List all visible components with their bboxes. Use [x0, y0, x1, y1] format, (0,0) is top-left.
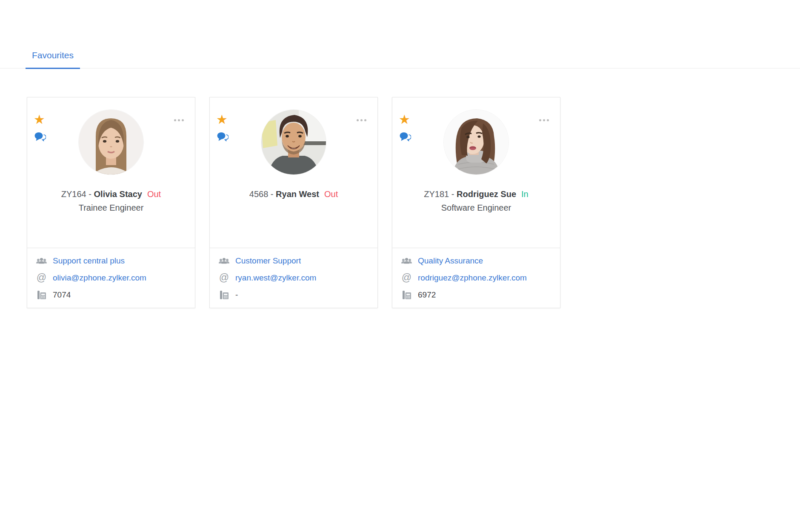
- phone-icon: [218, 290, 230, 300]
- favourites-card-grid: ★: [27, 97, 800, 308]
- group-icon: [218, 257, 230, 265]
- favourite-star-icon[interactable]: ★: [216, 113, 228, 126]
- team-link[interactable]: Quality Assurance: [418, 256, 483, 266]
- extension-row: 6972: [401, 289, 551, 300]
- extension-value: 6972: [418, 290, 436, 300]
- contact-card-header: ★: [210, 110, 377, 248]
- group-icon: [401, 257, 412, 265]
- more-options-icon[interactable]: [355, 117, 368, 123]
- contact-code: ZY164 -: [61, 189, 94, 199]
- team-row: Quality Assurance: [401, 255, 551, 266]
- at-icon: @: [401, 273, 412, 283]
- contact-card: ★: [27, 97, 195, 308]
- chat-icon[interactable]: [34, 131, 46, 144]
- email-link[interactable]: rodriguez@zphone.zylker.com: [418, 273, 527, 283]
- contact-card-details: Support central plus @ olivia@zphone.zyl…: [27, 248, 195, 308]
- contact-designation: Software Engineer: [392, 203, 560, 213]
- chat-icon[interactable]: [217, 131, 229, 144]
- contact-name: Ryan West: [276, 189, 319, 199]
- email-link[interactable]: ryan.west@zylker.com: [235, 273, 316, 283]
- more-options-icon[interactable]: [172, 117, 186, 123]
- favourite-star-icon[interactable]: ★: [34, 113, 45, 126]
- email-link[interactable]: olivia@zphone.zylker.com: [53, 273, 146, 283]
- contact-card-header: ★: [392, 110, 560, 248]
- avatar: [79, 110, 143, 174]
- team-link[interactable]: Support central plus: [53, 256, 125, 266]
- extension-row: -: [218, 289, 369, 300]
- contact-designation: [210, 203, 377, 213]
- favourite-star-icon[interactable]: ★: [399, 113, 410, 126]
- tab-bar: Favourites: [0, 0, 800, 69]
- contact-card-header: ★: [27, 110, 195, 248]
- contact-card-details: Customer Support @ ryan.west@zylker.com: [210, 248, 377, 308]
- phone-icon: [401, 290, 412, 300]
- contact-name: Rodriguez Sue: [457, 189, 516, 199]
- status-badge: In: [521, 189, 529, 199]
- contact-name-line: ZY181 - Rodriguez SueIn: [392, 189, 560, 199]
- extension-value: 7074: [53, 290, 71, 300]
- contact-name-line: 4568 - Ryan WestOut: [210, 189, 377, 199]
- avatar: [261, 110, 326, 174]
- status-badge: Out: [147, 189, 161, 199]
- team-row: Support central plus: [36, 255, 186, 266]
- tab-favourites[interactable]: Favourites: [26, 50, 80, 69]
- phone-icon: [36, 290, 47, 300]
- status-badge: Out: [324, 189, 338, 199]
- contact-code: ZY181 -: [424, 189, 457, 199]
- team-link[interactable]: Customer Support: [235, 256, 301, 266]
- extension-value: -: [235, 290, 238, 300]
- group-icon: [36, 257, 47, 265]
- contact-name-line: ZY164 - Olivia StacyOut: [27, 189, 195, 199]
- extension-row: 7074: [36, 289, 186, 300]
- team-row: Customer Support: [218, 255, 369, 266]
- chat-icon[interactable]: [399, 131, 411, 144]
- more-options-icon[interactable]: [537, 117, 551, 123]
- contact-name: Olivia Stacy: [94, 189, 142, 199]
- contact-card: ★: [392, 97, 560, 308]
- email-row: @ rodriguez@zphone.zylker.com: [401, 272, 551, 283]
- contact-card-details: Quality Assurance @ rodriguez@zphone.zyl…: [392, 248, 560, 308]
- email-row: @ olivia@zphone.zylker.com: [36, 272, 186, 283]
- contact-code: 4568 -: [249, 189, 276, 199]
- at-icon: @: [36, 273, 47, 283]
- at-icon: @: [218, 273, 230, 283]
- contact-card: ★: [209, 97, 378, 308]
- avatar: [444, 110, 509, 174]
- contact-designation: Trainee Engineer: [27, 203, 195, 213]
- email-row: @ ryan.west@zylker.com: [218, 272, 369, 283]
